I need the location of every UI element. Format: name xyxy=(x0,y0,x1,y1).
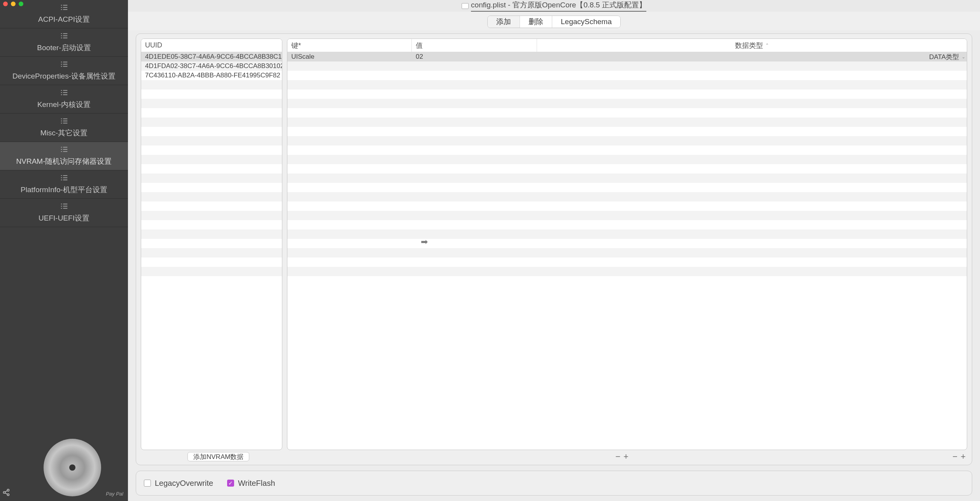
sidebar-item-2[interactable]: DeviceProperties-设备属性设置 xyxy=(0,57,128,85)
maximize-icon[interactable] xyxy=(19,2,23,6)
kv-header-value[interactable]: 值 xyxy=(412,39,537,52)
sort-icon: ⌃ xyxy=(765,43,769,48)
svg-line-52 xyxy=(5,493,7,494)
uuid-table: UUID 4D1EDE05-38C7-4A6A-9CC6-4BCCA8B38C1… xyxy=(141,39,282,450)
kv-header-key[interactable]: 键* xyxy=(287,39,412,52)
window-controls xyxy=(3,2,23,6)
tab-2[interactable]: LegacySchema xyxy=(552,16,620,28)
checkbox-icon xyxy=(144,480,151,487)
svg-line-51 xyxy=(5,490,7,492)
paypal-label[interactable]: Pay Pal xyxy=(106,492,123,496)
write-flash-label: WriteFlash xyxy=(238,479,275,488)
uuid-add-button[interactable]: + xyxy=(623,452,630,462)
list-icon xyxy=(60,203,68,212)
sidebar-item-label: Kernel-内核设置 xyxy=(37,100,91,110)
kv-row xyxy=(287,220,967,229)
uuid-row[interactable]: 4D1EDE05-38C7-4A6A-9CC6-4BCCA8B38C14 xyxy=(141,52,282,61)
sidebar-item-label: Booter-启动设置 xyxy=(37,43,91,53)
kv-row xyxy=(287,229,967,239)
list-icon xyxy=(60,117,68,126)
share-icon[interactable] xyxy=(2,489,10,496)
uuid-row xyxy=(141,211,282,220)
kv-row[interactable]: UIScale02DATA类型⌄ xyxy=(287,52,967,61)
legacy-overwrite-label: LegacyOverwrite xyxy=(155,479,213,488)
uuid-row xyxy=(141,155,282,164)
uuid-row xyxy=(141,248,282,258)
kv-table: 键* 值 数据类型 ⌃ UIScale02DATA类型⌄ xyxy=(287,39,967,450)
kv-row xyxy=(287,211,967,220)
uuid-row xyxy=(141,173,282,183)
uuid-cell: 7C436110-AB2A-4BBB-A880-FE41995C9F82 xyxy=(141,72,282,79)
uuid-row xyxy=(141,258,282,267)
kv-cell-value: 02 xyxy=(412,53,537,61)
uuid-row xyxy=(141,80,282,89)
kv-row xyxy=(287,173,967,183)
kv-row xyxy=(287,267,967,276)
sidebar-item-6[interactable]: PlatformInfo-机型平台设置 xyxy=(0,170,128,199)
kv-remove-button[interactable]: − xyxy=(952,452,959,462)
sidebar-item-label: ACPI-ACPI设置 xyxy=(38,14,90,25)
arrow-right-icon[interactable]: ➡ xyxy=(421,237,428,247)
kv-row xyxy=(287,117,967,127)
document-icon xyxy=(462,3,469,9)
svg-point-49 xyxy=(4,492,5,494)
uuid-header[interactable]: UUID xyxy=(141,39,282,52)
kv-row xyxy=(287,108,967,117)
sidebar-item-label: PlatformInfo-机型平台设置 xyxy=(21,185,107,195)
uuid-row xyxy=(141,201,282,211)
list-icon xyxy=(60,146,68,155)
uuid-row xyxy=(141,117,282,127)
window-title: config.plist - 官方原版OpenCore【0.8.5 正式版配置】 xyxy=(471,0,646,12)
sidebar-item-label: UEFI-UEFI设置 xyxy=(38,213,89,223)
uuid-row xyxy=(141,99,282,108)
checkbox-icon: ✓ xyxy=(227,480,234,487)
legacy-overwrite-checkbox[interactable]: LegacyOverwrite xyxy=(144,479,213,488)
uuid-row xyxy=(141,108,282,117)
sidebar-item-3[interactable]: Kernel-内核设置 xyxy=(0,85,128,114)
uuid-row xyxy=(141,267,282,276)
uuid-row xyxy=(141,127,282,136)
uuid-remove-button[interactable]: − xyxy=(615,452,622,462)
add-nvram-button[interactable]: 添加NVRAM数据 xyxy=(187,452,249,461)
kv-row xyxy=(287,239,967,248)
kv-row xyxy=(287,192,967,201)
uuid-row[interactable]: 4D1FDA02-38C7-4A6A-9CC6-4BCCA8B30102 xyxy=(141,61,282,71)
kv-header-type[interactable]: 数据类型 ⌃ xyxy=(537,39,967,52)
kv-row xyxy=(287,89,967,99)
tab-1[interactable]: 删除 xyxy=(520,16,552,28)
list-icon xyxy=(60,174,68,183)
sidebar-item-5[interactable]: NVRAM-随机访问存储器设置 xyxy=(0,142,128,170)
svg-point-48 xyxy=(7,489,9,491)
tab-strip: 添加删除LegacySchema xyxy=(128,12,980,30)
kv-row xyxy=(287,248,967,258)
uuid-row xyxy=(141,89,282,99)
list-icon xyxy=(60,61,68,70)
write-flash-checkbox[interactable]: ✓ WriteFlash xyxy=(227,479,275,488)
sidebar-item-label: Misc-其它设置 xyxy=(40,128,88,138)
kv-row xyxy=(287,61,967,71)
tab-0[interactable]: 添加 xyxy=(488,16,520,28)
title-bar: config.plist - 官方原版OpenCore【0.8.5 正式版配置】 xyxy=(128,0,980,12)
minimize-icon[interactable] xyxy=(11,2,16,6)
kv-row xyxy=(287,71,967,80)
kv-add-button[interactable]: + xyxy=(961,452,967,462)
close-icon[interactable] xyxy=(3,2,8,6)
uuid-row[interactable]: 7C436110-AB2A-4BBB-A880-FE41995C9F82 xyxy=(141,71,282,80)
kv-row xyxy=(287,155,967,164)
uuid-cell: 4D1EDE05-38C7-4A6A-9CC6-4BCCA8B38C14 xyxy=(141,53,282,61)
svg-point-50 xyxy=(7,494,9,496)
uuid-row xyxy=(141,136,282,145)
list-icon xyxy=(60,32,68,41)
options-panel: LegacyOverwrite ✓ WriteFlash xyxy=(136,471,972,496)
sidebar-item-label: DeviceProperties-设备属性设置 xyxy=(12,71,116,81)
kv-row xyxy=(287,164,967,173)
sidebar: ACPI-ACPI设置Booter-启动设置DeviceProperties-设… xyxy=(0,0,128,501)
sidebar-item-7[interactable]: UEFI-UEFI设置 xyxy=(0,199,128,227)
sidebar-item-4[interactable]: Misc-其它设置 xyxy=(0,114,128,142)
kv-cell-type: DATA类型⌄ xyxy=(537,53,967,61)
kv-row xyxy=(287,183,967,192)
sidebar-item-1[interactable]: Booter-启动设置 xyxy=(0,28,128,57)
kv-row xyxy=(287,127,967,136)
dropdown-icon[interactable]: ⌄ xyxy=(962,54,965,60)
list-icon xyxy=(60,4,68,13)
